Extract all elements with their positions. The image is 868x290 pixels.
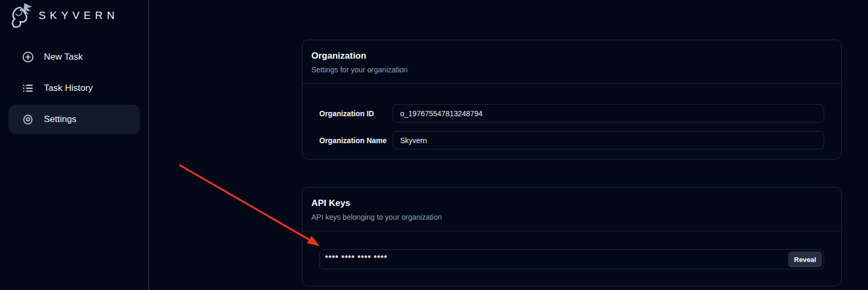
organization-card-title: Organization (311, 51, 832, 61)
sidebar: SKYVERN New Task Ta (0, 0, 149, 290)
brand-name: SKYVERN (39, 10, 119, 22)
sidebar-item-new-task[interactable]: New Task (8, 42, 140, 72)
brand[interactable]: SKYVERN (8, 1, 140, 30)
api-keys-card-title: API Keys (311, 198, 832, 209)
gear-icon (22, 114, 34, 125)
main-content: Organization Settings for your organizat… (149, 0, 868, 290)
organization-id-input[interactable] (393, 104, 824, 123)
sidebar-item-task-history[interactable]: Task History (8, 73, 140, 103)
sidebar-item-settings[interactable]: Settings (8, 105, 140, 134)
organization-card-header: Organization Settings for your organizat… (302, 40, 841, 84)
reveal-button[interactable]: Reveal (788, 251, 822, 267)
api-keys-card: API Keys API keys belonging to your orga… (302, 187, 842, 286)
sidebar-item-label: Task History (44, 83, 93, 93)
organization-name-row: Organization Name (319, 131, 824, 149)
api-key-field: Reveal (319, 249, 824, 269)
sidebar-item-label: New Task (44, 52, 82, 62)
organization-card-subtitle: Settings for your organization (311, 66, 832, 74)
api-keys-card-header: API Keys API keys belonging to your orga… (302, 188, 841, 231)
sidebar-nav: New Task Task History (8, 42, 140, 134)
app-root: SKYVERN New Task Ta (0, 0, 868, 290)
list-icon (22, 82, 34, 94)
skyvern-dragon-logo-icon (8, 3, 34, 28)
organization-card-body: Organization ID Organization Name (302, 84, 841, 159)
api-keys-card-subtitle: API keys belonging to your organization (311, 213, 832, 221)
plus-circle-icon (22, 51, 34, 63)
sidebar-item-label: Settings (44, 114, 76, 125)
api-keys-card-body: Reveal (302, 231, 841, 286)
api-key-input[interactable] (319, 249, 824, 269)
organization-card: Organization Settings for your organizat… (302, 40, 842, 160)
organization-id-row: Organization ID (319, 104, 824, 123)
organization-name-input[interactable] (393, 131, 824, 149)
organization-name-label: Organization Name (319, 136, 393, 145)
organization-id-label: Organization ID (319, 109, 393, 118)
